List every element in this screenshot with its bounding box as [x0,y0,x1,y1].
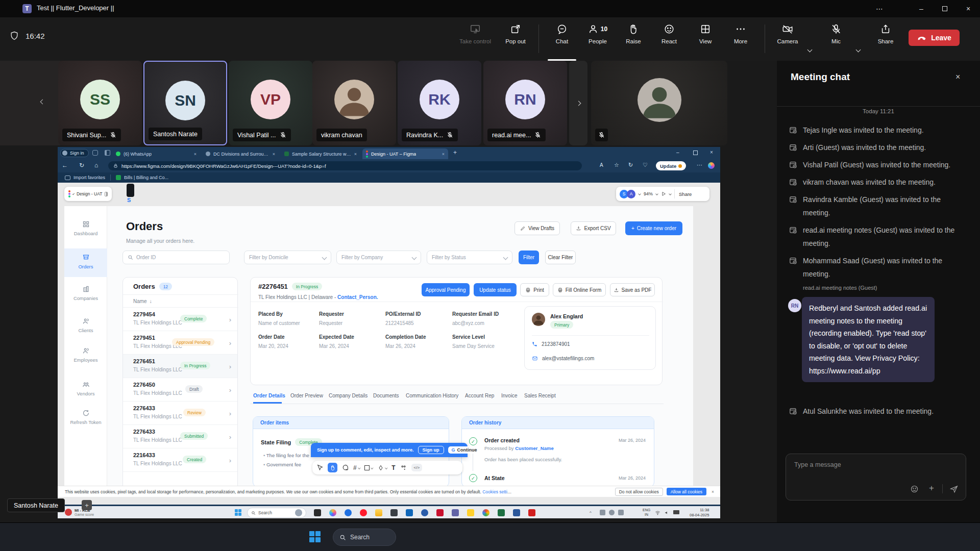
contact-person-link[interactable]: Contact_Person. [337,294,378,300]
tab-communication-history[interactable]: Communication History [406,393,458,398]
dev-mode-toggle[interactable]: </> [411,464,423,471]
share-zoom-plus-button[interactable]: + [82,500,92,510]
sidebar-item-employees[interactable]: Employees [64,347,107,363]
sidebar-item-clients[interactable]: Clients [64,317,107,333]
sidebar-item-refresh-token[interactable]: Refresh Token [64,409,107,425]
react-button[interactable]: React [650,23,689,44]
window-maximize-button[interactable] [933,0,957,17]
taskbar-search[interactable]: Search [333,529,396,546]
order-row[interactable]: 2276450TL Flex Holdings LLC Draft› [123,378,237,402]
video-tile[interactable]: vikram chavan [312,61,396,145]
order-row[interactable]: 2216433TL Flex Holdings LLC Created› [123,448,237,472]
acrobat-icon[interactable] [528,509,535,516]
home-icon[interactable]: ⌂ [94,162,98,169]
filter-status-select[interactable]: Filter by Status [427,251,512,264]
contact-email[interactable]: alex@vstatefilings.com [542,356,594,361]
wifi-icon[interactable] [655,510,660,515]
more-button[interactable]: More [721,23,760,44]
tab-close-icon[interactable]: × [194,152,197,157]
mic-options-chevron-icon[interactable] [856,47,861,53]
fill-online-form-button[interactable]: Fill Online Form [553,283,606,296]
collaborator-avatar[interactable]: A [627,190,635,198]
app-icon-libreoffice[interactable] [314,509,321,516]
tab-order-preview[interactable]: Order Preview [290,393,323,398]
browser-tab[interactable]: DC Divisions and Surroundings× [202,148,279,159]
tab-close-icon[interactable]: × [273,152,275,157]
google-continue-button[interactable]: GContinue [448,446,481,454]
save-as-pdf-button[interactable]: Save as PDF [610,283,655,296]
browser-profile-button[interactable]: Sign in [60,149,89,157]
send-icon[interactable] [949,485,959,493]
order-row-selected[interactable]: 2276451TL Flex Holdings LLC In Progress› [123,355,237,378]
camera-options-chevron-icon[interactable] [807,47,813,53]
start-button[interactable] [309,531,321,542]
deny-cookies-button[interactable]: Do not allow cookies [615,488,663,496]
zoom-level[interactable]: 94% [644,191,653,196]
back-icon[interactable]: ← [62,162,68,169]
raise-button[interactable]: Raise [614,23,653,44]
todo-icon[interactable] [467,509,474,516]
battery-icon[interactable] [673,510,679,514]
opera-icon[interactable] [360,509,367,516]
sidebar-item-vendors[interactable]: Vendors [64,381,107,396]
window-close-button[interactable]: × [957,0,980,17]
close-icon[interactable]: × [712,489,714,494]
strip-next-button[interactable] [569,61,587,145]
tab-invoice[interactable]: Invoice [501,393,518,398]
video-tile[interactable]: SS Shivani Sup... [58,61,142,145]
order-row[interactable]: 2276433TL Flex Holdings LLC Submitted› [123,425,237,448]
figma-doc-title[interactable]: Design - UAT [77,191,102,196]
tab-company-details[interactable]: Company Details [329,393,368,398]
start-button[interactable] [235,509,241,516]
sidebar-item-dashboard[interactable]: Dashboard [64,220,107,236]
approval-pending-button[interactable]: Approval Pending [422,283,470,296]
order-id-search-input[interactable]: Order ID [122,251,230,264]
mcafee-shield-icon[interactable] [436,509,444,516]
pen-tool[interactable] [378,465,387,471]
vertical-tabs-icon[interactable] [105,150,110,156]
view-drafts-button[interactable]: View Drafts [514,221,560,235]
order-row[interactable]: 2279454TL Flex Holdings LLC Complete› [123,308,237,331]
mic-button[interactable]: Mic [817,23,855,44]
calculator-icon[interactable] [390,509,398,516]
text-tool[interactable]: T [391,464,395,471]
tray-clock[interactable]: 11:3808-04-2025 [690,508,709,518]
create-new-order-button[interactable]: + Create new order [625,221,682,235]
new-tab-button[interactable]: + [453,149,457,156]
attach-plus-icon[interactable]: + [929,483,934,493]
browser-tab[interactable]: (6) WhatsApp× [112,148,200,159]
phone-link-icon[interactable] [345,509,352,516]
sync-icon[interactable]: ↻ [628,162,633,168]
bluetooth-off-icon[interactable] [618,510,624,515]
collections-heart-icon[interactable]: ♡ [643,162,648,168]
browser-close-icon[interactable]: × [710,149,713,155]
components-tool-icon[interactable] [400,464,407,471]
tab-close-icon[interactable]: × [442,152,445,157]
chrome-icon[interactable] [482,509,489,516]
url-field[interactable]: https://www.figma.com/design/9BKQ0FOHRWa… [108,161,582,170]
office-icon[interactable] [421,509,428,516]
chevron-down-icon[interactable] [638,192,641,195]
read-aloud-icon[interactable]: A [600,162,603,168]
view-button[interactable]: View [686,23,725,44]
video-tile[interactable]: VP Vishal Patil ... [229,61,312,145]
customer-name-link[interactable]: Customer_Name [515,445,554,451]
strip-prev-button[interactable] [41,96,44,106]
comment-tool-icon[interactable] [342,464,349,471]
export-csv-button[interactable]: Export CSV [571,221,616,235]
copilot-icon[interactable] [329,509,336,516]
signup-button[interactable]: Sign up [418,446,444,454]
cookies-settings-link[interactable]: Cookies settings [482,489,514,494]
language-indicator[interactable]: ENGIN [643,508,650,517]
tab-documents[interactable]: Documents [373,393,399,398]
people-button[interactable]: 10 People [578,23,617,44]
window-more-button[interactable]: ⋯ [868,0,891,17]
leave-button[interactable]: Leave [909,30,960,46]
contact-phone[interactable]: 2123874901 [542,341,570,347]
copilot-icon[interactable] [708,162,715,169]
frame-tool[interactable]: # [353,464,360,471]
layout-panel-icon[interactable] [105,192,108,196]
shape-tool[interactable] [364,465,373,470]
teams-icon[interactable] [452,509,459,516]
browser-menu-icon[interactable]: ⋯ [697,162,702,168]
